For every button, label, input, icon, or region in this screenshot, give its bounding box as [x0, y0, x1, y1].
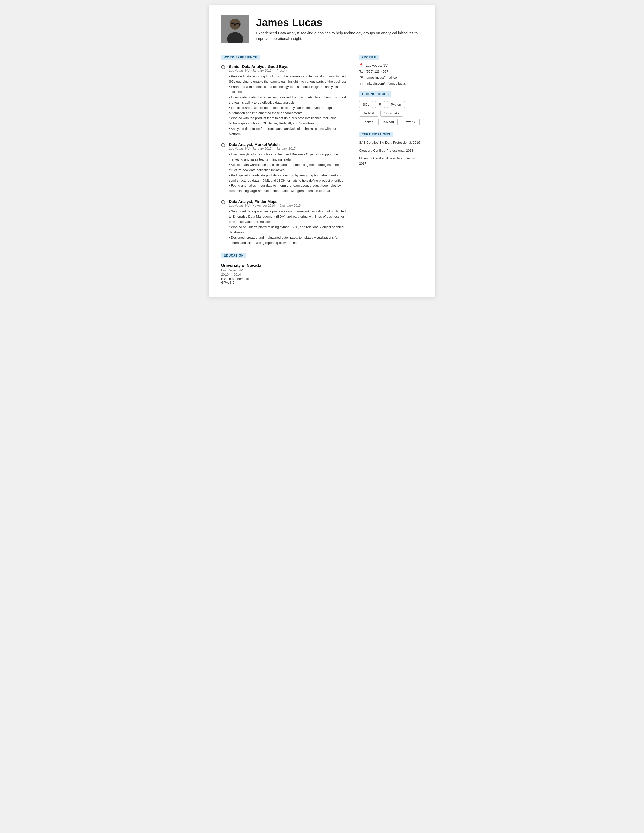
profile-location: 📍 Las Vegas, NV	[359, 63, 423, 67]
technologies-section: TECHNOLOGIES SQL R Python Redshift Snowf…	[359, 92, 423, 125]
profile-phone: 📞 (555) 123-4567	[359, 69, 423, 73]
profile-linkedin: in linkedin.com/in/james-lucas	[359, 81, 423, 85]
job-item-1: Senior Data Analyst, Good Buys Las Vegas…	[221, 64, 349, 137]
tech-tag-redshift: Redshift	[359, 110, 379, 117]
school-name: University of Nevada	[221, 263, 349, 268]
tech-tag-snowflake: Snowflake	[381, 110, 403, 117]
cert-item-3: Microsoft Certified Azure Data Scientist…	[359, 156, 423, 166]
phone-icon: 📞	[359, 69, 364, 73]
left-column: WORK EXPERIENCE Senior Data Analyst, Goo…	[221, 55, 349, 285]
candidate-tagline: Experienced Data Analyst seeking a posit…	[256, 30, 423, 42]
school-years: 2010 — 2014	[221, 273, 349, 277]
job-bullet-3	[221, 200, 225, 204]
tech-tag-tableau: Tableau	[379, 119, 398, 125]
cert-item-1: SAS Certified Big Data Professional, 201…	[359, 140, 423, 145]
job-item-3: Data Analyst, Finder Maps Las Vegas, NV …	[221, 199, 349, 246]
header-divider	[221, 49, 423, 49]
job-desc-2: • Used analytics tools such as Tableau a…	[229, 152, 349, 194]
job-content-1: Senior Data Analyst, Good Buys Las Vegas…	[229, 64, 349, 137]
location-icon: 📍	[359, 63, 364, 67]
profile-section: PROFILE 📍 Las Vegas, NV 📞 (555) 123-4567…	[359, 55, 423, 85]
education-label: EDUCATION	[221, 253, 246, 258]
school-gpa: GPA: 3.6	[221, 281, 349, 285]
certifications-label: CERTIFICATIONS	[359, 132, 393, 137]
tech-tag-python: Python	[387, 101, 405, 108]
job-item-2: Data Analyst, Market Watch Las Vegas, NV…	[221, 142, 349, 194]
job-desc-1: • Provided data reporting functions to t…	[229, 74, 349, 137]
tech-tags-container: SQL R Python Redshift Snowflake Looker T…	[359, 101, 423, 125]
resume-container: James Lucas Experienced Data Analyst see…	[209, 5, 435, 297]
job-meta-2: Las Vegas, NV • January 2015 — January 2…	[229, 147, 349, 150]
tech-tag-looker: Looker	[359, 119, 377, 125]
tech-tag-r: R	[375, 101, 385, 108]
job-desc-3: • Supported data governance processes an…	[229, 209, 349, 246]
header-section: James Lucas Experienced Data Analyst see…	[221, 15, 423, 43]
right-column: PROFILE 📍 Las Vegas, NV 📞 (555) 123-4567…	[359, 55, 423, 285]
email-icon: ✉	[359, 76, 364, 79]
tech-tag-sql: SQL	[359, 101, 373, 108]
job-content-3: Data Analyst, Finder Maps Las Vegas, NV …	[229, 199, 349, 246]
job-content-2: Data Analyst, Market Watch Las Vegas, NV…	[229, 142, 349, 194]
job-bullet-1	[221, 65, 225, 69]
job-meta-1: Las Vegas, NV • January 2017 — Present	[229, 69, 349, 72]
school-degree: B.S. in Mathematics	[221, 277, 349, 281]
job-title-1: Senior Data Analyst, Good Buys	[229, 64, 349, 69]
education-section: EDUCATION University of Nevada Las Vegas…	[221, 253, 349, 285]
header-text: James Lucas Experienced Data Analyst see…	[256, 17, 423, 42]
job-title-3: Data Analyst, Finder Maps	[229, 199, 349, 204]
job-title-2: Data Analyst, Market Watch	[229, 142, 349, 147]
cert-item-2: Cloudera Certified Professional, 2018	[359, 148, 423, 153]
work-experience-label: WORK EXPERIENCE	[221, 55, 260, 60]
tech-tag-powerbi: PowerBI	[400, 119, 419, 125]
candidate-name: James Lucas	[256, 17, 423, 29]
linkedin-icon: in	[359, 81, 364, 85]
profile-email: ✉ james.lucas@mail.com	[359, 76, 423, 79]
job-meta-3: Las Vegas, NV • November 2014 — Jaunuary…	[229, 204, 349, 207]
main-layout: WORK EXPERIENCE Senior Data Analyst, Goo…	[221, 55, 423, 285]
school-location: Las Vegas, NV	[221, 269, 349, 272]
svg-point-1	[230, 19, 241, 30]
technologies-label: TECHNOLOGIES	[359, 92, 391, 97]
profile-label: PROFILE	[359, 55, 379, 60]
job-bullet-2	[221, 143, 225, 147]
certifications-section: CERTIFICATIONS SAS Certified Big Data Pr…	[359, 132, 423, 166]
work-experience-section: WORK EXPERIENCE Senior Data Analyst, Goo…	[221, 55, 349, 246]
avatar	[221, 15, 249, 43]
